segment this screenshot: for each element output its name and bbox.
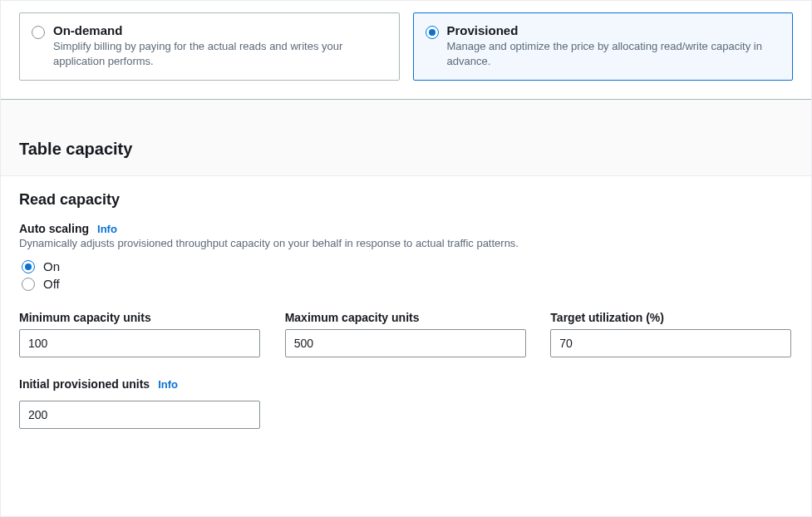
auto-scaling-info-link[interactable]: Info [97,223,117,235]
read-capacity-heading: Read capacity [19,191,793,209]
target-utilization-input[interactable] [550,329,791,357]
section-header: Table capacity [1,125,811,176]
initial-provisioned-field: Initial provisioned units Info [19,377,260,429]
auto-scaling-off[interactable]: Off [22,275,793,293]
read-capacity-section: Read capacity Auto scaling Info Dynamica… [1,176,811,447]
initial-provisioned-info-link[interactable]: Info [158,378,178,391]
auto-scaling-label: Auto scaling [19,222,89,235]
radio-label: Off [43,277,60,291]
min-capacity-input[interactable] [19,329,260,357]
field-label: Target utilization (%) [550,311,793,324]
max-capacity-input[interactable] [285,329,526,357]
target-utilization-field: Target utilization (%) [550,311,793,357]
radio-icon [426,26,439,39]
auto-scaling-hint: Dynamically adjusts provisioned throughp… [19,237,793,249]
field-label: Maximum capacity units [285,311,528,324]
max-capacity-field: Maximum capacity units [285,311,528,357]
field-label: Minimum capacity units [19,311,262,324]
radio-icon [22,260,35,273]
initial-provisioned-input[interactable] [19,401,260,429]
radio-icon [22,278,35,291]
mode-description: Simplify billing by paying for the actua… [53,39,387,68]
capacity-mode-selector: On-demand Simplify billing by paying for… [1,1,811,99]
radio-icon [32,26,45,39]
mode-title: On-demand [53,23,387,37]
min-capacity-field: Minimum capacity units [19,311,262,357]
auto-scaling-on[interactable]: On [22,258,793,275]
capacity-mode-on-demand[interactable]: On-demand Simplify billing by paying for… [19,12,400,81]
radio-label: On [43,259,60,273]
mode-description: Manage and optimize the price by allocat… [447,39,781,68]
spacer [1,100,811,125]
mode-title: Provisioned [447,23,781,37]
table-capacity-heading: Table capacity [19,140,793,159]
capacity-mode-provisioned[interactable]: Provisioned Manage and optimize the pric… [413,12,794,81]
field-label: Initial provisioned units [19,377,150,391]
